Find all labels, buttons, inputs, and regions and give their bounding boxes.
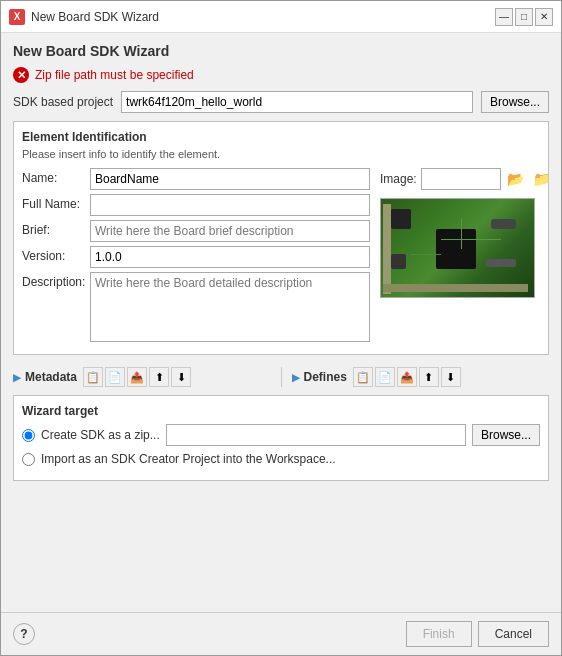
wizard-target-title: Wizard target <box>22 404 540 418</box>
metadata-title: Metadata <box>25 370 77 384</box>
fullname-row: Full Name: <box>22 194 370 216</box>
name-label: Name: <box>22 168 90 185</box>
defines-add-btn[interactable]: 📋 <box>353 367 373 387</box>
brief-row: Brief: <box>22 220 370 242</box>
create-sdk-radio[interactable] <box>22 429 35 442</box>
bottom-bar: ? Finish Cancel <box>1 612 561 655</box>
help-button[interactable]: ? <box>13 623 35 645</box>
sdk-label: SDK based project <box>13 95 113 109</box>
description-row: Description: Write here the Board detail… <box>22 272 370 342</box>
element-id-content: Name: Full Name: Brief: Ve <box>22 168 540 346</box>
image-folder2-icon[interactable]: 📁 <box>531 168 553 190</box>
import-sdk-radio[interactable] <box>22 453 35 466</box>
wizard-window: X New Board SDK Wizard — □ ✕ New Board S… <box>0 0 562 656</box>
defines-export-btn[interactable]: 📤 <box>397 367 417 387</box>
image-row: Image: 📂 📁 <box>380 168 553 190</box>
finish-button[interactable]: Finish <box>406 621 472 647</box>
metadata-arrow: ▶ <box>13 372 21 383</box>
bottom-buttons: Finish Cancel <box>406 621 549 647</box>
sdk-browse-button[interactable]: Browse... <box>481 91 549 113</box>
name-row: Name: <box>22 168 370 190</box>
cancel-button[interactable]: Cancel <box>478 621 549 647</box>
metadata-copy-btn[interactable]: 📄 <box>105 367 125 387</box>
version-input[interactable] <box>90 246 370 268</box>
element-id-title: Element Identification <box>22 130 540 144</box>
wizard-title: New Board SDK Wizard <box>13 43 549 59</box>
brief-input[interactable] <box>90 220 370 242</box>
create-sdk-browse-button[interactable]: Browse... <box>472 424 540 446</box>
board-image <box>380 198 535 298</box>
image-input[interactable] <box>421 168 501 190</box>
minimize-button[interactable]: — <box>495 8 513 26</box>
fullname-label: Full Name: <box>22 194 90 211</box>
defines-down-btn[interactable]: ⬇ <box>441 367 461 387</box>
version-label: Version: <box>22 246 90 263</box>
element-id-desc: Please insert info to identify the eleme… <box>22 148 540 160</box>
metadata-add-btn[interactable]: 📋 <box>83 367 103 387</box>
metadata-label[interactable]: ▶ Metadata <box>13 370 77 384</box>
close-button[interactable]: ✕ <box>535 8 553 26</box>
image-folder-icon[interactable]: 📂 <box>505 168 527 190</box>
version-row: Version: <box>22 246 370 268</box>
window-icon: X <box>9 9 25 25</box>
toolbar-divider <box>281 367 282 387</box>
defines-label[interactable]: ▶ Defines <box>292 370 347 384</box>
wizard-content: New Board SDK Wizard ✕ Zip file path mus… <box>1 33 561 612</box>
error-row: ✕ Zip file path must be specified <box>13 67 549 83</box>
metadata-up-btn[interactable]: ⬆ <box>149 367 169 387</box>
defines-up-btn[interactable]: ⬆ <box>419 367 439 387</box>
create-sdk-path-input[interactable] <box>166 424 466 446</box>
image-side: Image: 📂 📁 <box>380 168 540 346</box>
description-label: Description: <box>22 272 90 289</box>
title-bar-controls: — □ ✕ <box>495 8 553 26</box>
defines-title: Defines <box>304 370 347 384</box>
sdk-row: SDK based project Browse... <box>13 91 549 113</box>
spacer <box>13 489 549 602</box>
maximize-button[interactable]: □ <box>515 8 533 26</box>
defines-toolbar: ▶ Defines 📋 📄 📤 ⬆ ⬇ <box>292 367 550 387</box>
image-label: Image: <box>380 172 417 186</box>
name-input[interactable] <box>90 168 370 190</box>
import-sdk-row: Import as an SDK Creator Project into th… <box>22 452 540 466</box>
metadata-toolbar: ▶ Metadata 📋 📄 📤 ⬆ ⬇ <box>13 367 271 387</box>
form-side: Name: Full Name: Brief: Ve <box>22 168 370 346</box>
error-icon: ✕ <box>13 67 29 83</box>
window-title: New Board SDK Wizard <box>31 10 159 24</box>
title-bar-left: X New Board SDK Wizard <box>9 9 159 25</box>
metadata-down-btn[interactable]: ⬇ <box>171 367 191 387</box>
fullname-input[interactable] <box>90 194 370 216</box>
sdk-input[interactable] <box>121 91 473 113</box>
import-sdk-label: Import as an SDK Creator Project into th… <box>41 452 336 466</box>
defines-copy-btn[interactable]: 📄 <box>375 367 395 387</box>
description-textarea[interactable]: Write here the Board detailed descriptio… <box>90 272 370 342</box>
create-sdk-row: Create SDK as a zip... Browse... <box>22 424 540 446</box>
element-identification-section: Element Identification Please insert inf… <box>13 121 549 355</box>
create-sdk-label: Create SDK as a zip... <box>41 428 160 442</box>
metadata-export-btn[interactable]: 📤 <box>127 367 147 387</box>
wizard-target-section: Wizard target Create SDK as a zip... Bro… <box>13 395 549 481</box>
error-message: Zip file path must be specified <box>35 68 194 82</box>
toolbar-row: ▶ Metadata 📋 📄 📤 ⬆ ⬇ ▶ Defines 📋 📄 📤 <box>13 367 549 387</box>
defines-arrow: ▶ <box>292 372 300 383</box>
title-bar: X New Board SDK Wizard — □ ✕ <box>1 1 561 33</box>
brief-label: Brief: <box>22 220 90 237</box>
